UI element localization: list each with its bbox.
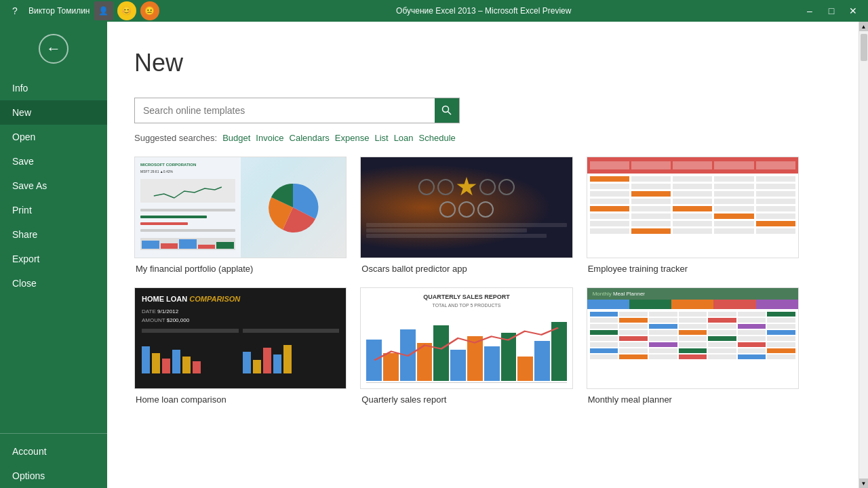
sidebar-item-info[interactable]: Info bbox=[0, 76, 107, 100]
window-controls: – □ ✕ bbox=[800, 3, 863, 18]
suggested-schedule[interactable]: Schedule bbox=[419, 133, 456, 143]
template-thumb-meal: Monthly Meal Planner bbox=[587, 287, 799, 389]
suggested-list[interactable]: List bbox=[374, 133, 388, 143]
suggested-budget[interactable]: Budget bbox=[222, 133, 250, 143]
template-financial[interactable]: MICROSOFT CORPORATION MSFT 29.61 ▲0.42% bbox=[134, 157, 347, 274]
maximize-btn[interactable]: □ bbox=[822, 3, 841, 18]
sidebar-item-save[interactable]: Save bbox=[0, 149, 107, 174]
template-name-training: Employee training tracker bbox=[587, 264, 799, 274]
suggested-calendars[interactable]: Calendars bbox=[290, 133, 330, 143]
suggested-searches: Suggested searches: Budget Invoice Calen… bbox=[134, 133, 831, 143]
sidebar-item-print[interactable]: Print bbox=[0, 198, 107, 222]
suggested-label: Suggested searches: bbox=[134, 133, 217, 143]
search-button[interactable] bbox=[435, 98, 459, 123]
scroll-up-btn[interactable]: ▲ bbox=[859, 22, 869, 31]
template-oscars[interactable]: Oscars ballot predictor app bbox=[360, 157, 572, 274]
titlebar: ? Виктор Томилин 👤 😊 😐 Обучение Excel 20… bbox=[0, 0, 868, 22]
sidebar-item-export[interactable]: Export bbox=[0, 247, 107, 271]
scrollbar[interactable]: ▲ ▼ bbox=[859, 22, 868, 488]
template-thumb-financial: MICROSOFT CORPORATION MSFT 29.61 ▲0.42% bbox=[134, 157, 347, 258]
search-input[interactable] bbox=[135, 100, 435, 121]
template-meal[interactable]: Monthly Meal Planner bbox=[587, 287, 799, 405]
svg-point-0 bbox=[443, 106, 449, 113]
user-area[interactable]: ? Виктор Томилин 👤 😊 😐 bbox=[5, 1, 159, 20]
sidebar-item-new[interactable]: New bbox=[0, 100, 107, 125]
close-btn[interactable]: ✕ bbox=[844, 3, 863, 18]
template-name-oscars: Oscars ballot predictor app bbox=[360, 264, 572, 274]
sidebar-item-options[interactable]: Options bbox=[0, 464, 107, 488]
sidebar: ← Info New Open Save Save As Print Share… bbox=[0, 22, 107, 488]
sidebar-divider bbox=[0, 433, 107, 434]
sidebar-item-account[interactable]: Account bbox=[0, 439, 107, 464]
svg-line-1 bbox=[448, 112, 452, 115]
search-icon bbox=[441, 105, 452, 116]
sidebar-item-share[interactable]: Share bbox=[0, 222, 107, 247]
templates-grid: MICROSOFT CORPORATION MSFT 29.61 ▲0.42% bbox=[134, 157, 799, 405]
help-btn[interactable]: ? bbox=[5, 3, 24, 18]
suggested-loan[interactable]: Loan bbox=[394, 133, 414, 143]
suggested-invoice[interactable]: Invoice bbox=[256, 133, 283, 143]
sidebar-back: ← bbox=[0, 22, 107, 76]
template-thumb-quarterly: QUARTERLY SALES REPORT TOTAL AND TOP 5 P… bbox=[360, 287, 572, 389]
page-title: New bbox=[134, 49, 831, 77]
sidebar-item-close[interactable]: Close bbox=[0, 271, 107, 296]
template-name-financial: My financial portfolio (applate) bbox=[134, 264, 347, 274]
template-thumb-homeloan: HOME LOAN COMPARISON DATE 9/1/2012 AMOUN… bbox=[134, 287, 347, 389]
back-button[interactable]: ← bbox=[39, 34, 68, 64]
template-thumb-oscars bbox=[360, 157, 572, 258]
minimize-btn[interactable]: – bbox=[800, 3, 819, 18]
scroll-thumb[interactable] bbox=[861, 34, 867, 61]
avatar-orange: 😐 bbox=[140, 1, 159, 20]
template-name-quarterly: Quarterly sales report bbox=[360, 394, 572, 405]
template-quarterly[interactable]: QUARTERLY SALES REPORT TOTAL AND TOP 5 P… bbox=[360, 287, 572, 405]
scroll-down-btn[interactable]: ▼ bbox=[859, 479, 869, 488]
sidebar-item-save-as[interactable]: Save As bbox=[0, 174, 107, 198]
avatar-photo: 👤 bbox=[94, 1, 113, 20]
template-training[interactable]: Employee training tracker bbox=[587, 157, 799, 274]
username: Виктор Томилин bbox=[28, 6, 90, 16]
search-bar bbox=[134, 98, 460, 123]
template-thumb-training bbox=[587, 157, 799, 258]
app-body: ← Info New Open Save Save As Print Share… bbox=[0, 22, 868, 488]
main-content: New Suggested searches: Budget Invoice C… bbox=[107, 22, 859, 488]
template-homeloan[interactable]: HOME LOAN COMPARISON DATE 9/1/2012 AMOUN… bbox=[134, 287, 347, 405]
suggested-expense[interactable]: Expense bbox=[335, 133, 370, 143]
avatar-yellow: 😊 bbox=[117, 1, 136, 20]
template-name-homeloan: Home loan comparison bbox=[134, 394, 347, 405]
window-title: Обучение Excel 2013 – Microsoft Excel Pr… bbox=[167, 6, 801, 16]
sidebar-item-open[interactable]: Open bbox=[0, 125, 107, 149]
template-name-meal: Monthly meal planner bbox=[587, 394, 799, 405]
